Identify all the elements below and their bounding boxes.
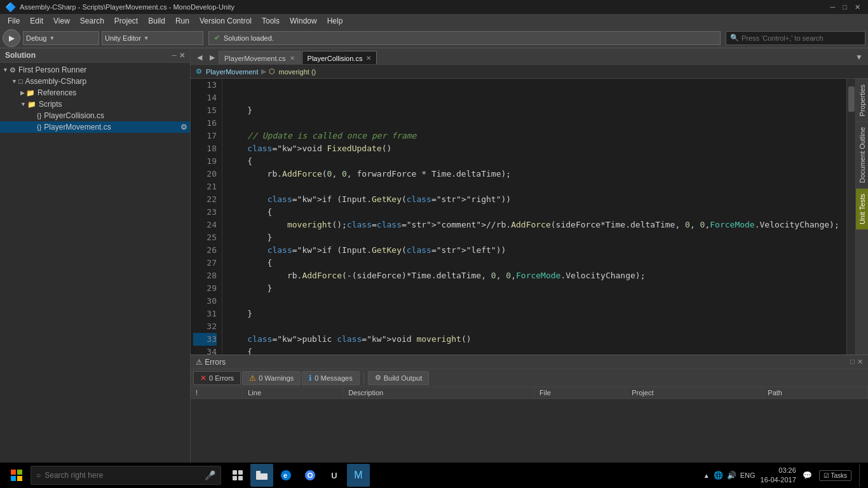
tab-playercollision[interactable]: PlayerCollision.cs✕: [302, 51, 377, 65]
breadcrumb-method: moveright (): [279, 68, 316, 76]
sidebar-item-references[interactable]: ▶📁References: [0, 87, 190, 98]
code-line-13: }: [227, 104, 841, 117]
show-desktop-btn[interactable]: [859, 464, 863, 487]
code-line-25: {: [227, 257, 841, 269]
maximize-btn[interactable]: □: [843, 3, 847, 11]
lang-indicator[interactable]: ENG: [740, 471, 756, 479]
tree-file-icon: □: [18, 78, 23, 85]
panel-restore-icon[interactable]: □: [850, 358, 855, 366]
svg-text:e: e: [283, 471, 287, 479]
minimize-btn[interactable]: ─: [831, 3, 836, 11]
panel-close-icon[interactable]: ✕: [857, 358, 863, 366]
scrollbar-thumb[interactable]: [848, 86, 855, 112]
unity-btn[interactable]: U: [323, 464, 346, 487]
status-text: Solution loaded.: [224, 34, 274, 42]
sidebar-controls: ─ ✕: [172, 51, 185, 60]
tab-warnings[interactable]: ⚠ 0 Warnings: [242, 371, 301, 385]
sidebar-item-first-person-runner[interactable]: ▼⚙First Person Runner: [0, 64, 190, 76]
sidebar-item-playermovement[interactable]: {}PlayerMovement.cs⚙: [0, 121, 190, 133]
show-hidden-icons[interactable]: ▲: [703, 472, 710, 479]
tab-playermovement[interactable]: PlayerMovement.cs✕: [219, 51, 301, 65]
taskbar-clock[interactable]: 03:26 16-04-2017: [761, 466, 796, 485]
tree-file-icon: {}: [37, 112, 41, 119]
network-icon[interactable]: 🌐: [714, 471, 723, 480]
tree-arrow-icon: ▼: [11, 78, 17, 85]
tasks-label: Tasks: [831, 472, 847, 479]
code-line-16: class="kw">void FixedUpdate(): [227, 142, 841, 155]
sidebar-minimize-icon[interactable]: ─: [172, 51, 177, 60]
taskbar-search-input[interactable]: [44, 471, 201, 480]
tree-item-label: References: [37, 88, 76, 97]
tab-nav-next[interactable]: ▶: [206, 50, 219, 64]
menu-tools[interactable]: Tools: [257, 15, 285, 27]
tab-errors[interactable]: ✕ 0 Errors: [193, 371, 241, 385]
errors-label: 0 Errors: [209, 374, 234, 382]
menu-edit[interactable]: Edit: [25, 15, 48, 27]
tree-item-settings-icon[interactable]: ⚙: [180, 123, 187, 132]
chrome-btn[interactable]: [299, 464, 322, 487]
divider-v: [363, 373, 364, 383]
side-tab-unit-tests[interactable]: Unit Tests: [856, 188, 868, 229]
unity-editor-dropdown[interactable]: Unity Editor ▼: [102, 31, 203, 45]
tab-nav-prev[interactable]: ◀: [193, 50, 206, 64]
volume-icon[interactable]: 🔊: [727, 471, 736, 480]
sidebar: Solution ─ ✕ ▼⚙First Person Runner▼□Asse…: [0, 48, 191, 463]
close-btn[interactable]: ✕: [855, 3, 860, 11]
code-line-29: }: [227, 308, 841, 320]
build-output-label: Build Output: [384, 374, 423, 382]
notification-center[interactable]: 💬: [799, 466, 817, 484]
search-input[interactable]: [742, 34, 861, 42]
sidebar-item-playercollision[interactable]: {}PlayerCollision.cs: [0, 110, 190, 121]
taskbar-search[interactable]: ○ 🎤: [31, 466, 221, 485]
code-content[interactable]: } // Update is called once per frame cla…: [222, 79, 846, 355]
start-button[interactable]: [5, 464, 28, 487]
line-numbers: 1314151617181920212223242526272829303132…: [191, 79, 222, 355]
sidebar-item-assembly-csharp[interactable]: ▼□Assembly-CSharp: [0, 76, 190, 87]
scrollbar-right[interactable]: [846, 79, 855, 355]
side-tab-properties[interactable]: Properties: [856, 79, 868, 121]
monodevelop-btn[interactable]: M: [347, 464, 370, 487]
menu-help[interactable]: Help: [322, 15, 348, 27]
tab-close-icon[interactable]: ✕: [290, 55, 295, 62]
tree-item-label: PlayerMovement.cs: [44, 123, 111, 132]
sidebar-title: Solution: [5, 51, 36, 60]
menu-view[interactable]: View: [48, 15, 75, 27]
col-path: Path: [763, 387, 868, 399]
sidebar-item-scripts[interactable]: ▼📁Scripts: [0, 98, 190, 110]
menu-build[interactable]: Build: [143, 15, 170, 27]
tab-dropdown-btn[interactable]: ▼: [853, 50, 865, 64]
panel-controls: □ ✕: [850, 358, 863, 366]
menu-version-control[interactable]: Version Control: [194, 15, 257, 27]
tab-messages[interactable]: ℹ 0 Messages: [302, 371, 359, 385]
bottom-tabs: ✕ 0 Errors ⚠ 0 Warnings ℹ 0 Messages ⚙ B…: [191, 369, 868, 387]
file-explorer-btn[interactable]: [250, 464, 273, 487]
side-tab-document-outline[interactable]: Document Outline: [856, 121, 868, 188]
code-line-20: class="kw">if (Input.GetKey(class="str">…: [227, 193, 841, 206]
debug-dropdown[interactable]: Debug ▼: [23, 31, 99, 45]
tasks-badge[interactable]: ☑ Tasks: [819, 470, 851, 481]
menu-project[interactable]: Project: [109, 15, 143, 27]
menu-window[interactable]: Window: [285, 15, 322, 27]
taskbar-mic-icon[interactable]: 🎤: [205, 470, 215, 480]
task-view-btn[interactable]: [226, 464, 249, 487]
search-box[interactable]: 🔍: [726, 31, 865, 45]
tab-build-output[interactable]: ⚙ Build Output: [368, 371, 430, 385]
menu-file[interactable]: File: [3, 15, 25, 27]
svg-rect-3: [17, 476, 22, 481]
code-editor[interactable]: 1314151617181920212223242526272829303132…: [191, 79, 855, 355]
errors-icon: ✕: [200, 374, 207, 383]
play-button[interactable]: ▶: [3, 29, 20, 47]
code-line-26: rb.AddForce(-(sideForce)*Time.deltaTime,…: [227, 269, 841, 282]
code-line-14: [227, 117, 841, 130]
svg-point-14: [309, 474, 312, 477]
menu-bar: File Edit View Search Project Build Run …: [0, 14, 868, 28]
menu-search[interactable]: Search: [75, 15, 109, 27]
tab-label: PlayerCollision.cs: [308, 55, 363, 62]
code-line-23: }: [227, 231, 841, 244]
tab-close-icon[interactable]: ✕: [366, 55, 371, 62]
sidebar-close-icon[interactable]: ✕: [179, 51, 185, 60]
tree-file-icon: {}: [37, 123, 41, 131]
menu-run[interactable]: Run: [170, 15, 194, 27]
edge-btn[interactable]: e: [275, 464, 297, 487]
title-bar: 🔷 Assembly-CSharp - Scripts\PlayerMoveme…: [0, 0, 868, 14]
